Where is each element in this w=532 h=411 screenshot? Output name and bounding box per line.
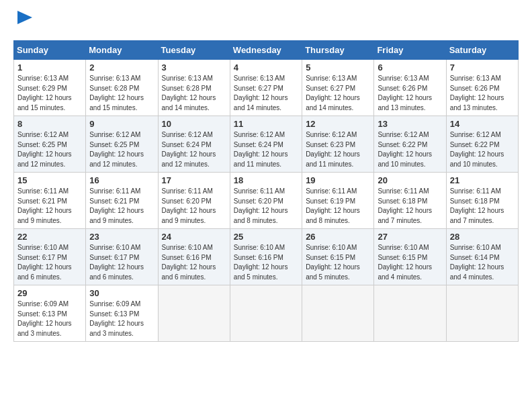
weekday-header: Friday xyxy=(374,41,446,60)
calendar-day-cell: 7 Sunrise: 6:13 AM Sunset: 6:26 PM Dayli… xyxy=(446,60,518,116)
day-info: Sunrise: 6:11 AM Sunset: 6:20 PM Dayligh… xyxy=(234,187,298,226)
weekday-header: Saturday xyxy=(446,41,518,60)
day-info: Sunrise: 6:11 AM Sunset: 6:18 PM Dayligh… xyxy=(450,187,515,226)
day-number: 15 xyxy=(17,175,82,185)
day-number: 2 xyxy=(89,62,154,73)
calendar-day-cell: 15 Sunrise: 6:11 AM Sunset: 6:21 PM Dayl… xyxy=(14,173,86,229)
day-info: Sunrise: 6:12 AM Sunset: 6:24 PM Dayligh… xyxy=(162,130,226,169)
day-number: 18 xyxy=(234,175,298,185)
calendar-header-row: SundayMondayTuesdayWednesdayThursdayFrid… xyxy=(14,41,519,60)
day-info: Sunrise: 6:13 AM Sunset: 6:26 PM Dayligh… xyxy=(450,74,515,113)
day-info: Sunrise: 6:10 AM Sunset: 6:15 PM Dayligh… xyxy=(306,243,370,282)
calendar-day-cell: 30 Sunrise: 6:09 AM Sunset: 6:13 PM Dayl… xyxy=(86,285,158,342)
day-number: 30 xyxy=(89,288,154,298)
day-number: 3 xyxy=(162,62,226,73)
calendar-day-cell: 4 Sunrise: 6:13 AM Sunset: 6:27 PM Dayli… xyxy=(230,60,302,116)
calendar-week-row: 8 Sunrise: 6:12 AM Sunset: 6:25 PM Dayli… xyxy=(14,116,519,173)
day-info: Sunrise: 6:12 AM Sunset: 6:24 PM Dayligh… xyxy=(234,130,298,169)
day-info: Sunrise: 6:11 AM Sunset: 6:21 PM Dayligh… xyxy=(89,187,154,226)
day-info: Sunrise: 6:12 AM Sunset: 6:25 PM Dayligh… xyxy=(17,130,82,169)
calendar-day-cell: 20 Sunrise: 6:11 AM Sunset: 6:18 PM Dayl… xyxy=(374,173,446,229)
calendar-day-cell: 24 Sunrise: 6:10 AM Sunset: 6:16 PM Dayl… xyxy=(158,229,230,285)
calendar-day-cell: 2 Sunrise: 6:13 AM Sunset: 6:28 PM Dayli… xyxy=(86,60,158,116)
page-header xyxy=(13,13,519,30)
calendar-day-cell: 25 Sunrise: 6:10 AM Sunset: 6:16 PM Dayl… xyxy=(230,229,302,285)
logo-arrow-icon xyxy=(17,11,32,24)
day-number: 17 xyxy=(162,175,226,185)
day-info: Sunrise: 6:09 AM Sunset: 6:13 PM Dayligh… xyxy=(89,300,154,338)
day-info: Sunrise: 6:12 AM Sunset: 6:22 PM Dayligh… xyxy=(450,130,515,169)
day-number: 1 xyxy=(17,62,82,73)
calendar-day-cell: 14 Sunrise: 6:12 AM Sunset: 6:22 PM Dayl… xyxy=(446,116,518,173)
calendar-day-cell: 27 Sunrise: 6:10 AM Sunset: 6:15 PM Dayl… xyxy=(374,229,446,285)
day-info: Sunrise: 6:10 AM Sunset: 6:17 PM Dayligh… xyxy=(89,243,154,282)
calendar-day-cell: 21 Sunrise: 6:11 AM Sunset: 6:18 PM Dayl… xyxy=(446,173,518,229)
calendar-day-cell xyxy=(158,285,230,342)
day-number: 14 xyxy=(450,119,515,129)
day-number: 9 xyxy=(89,119,154,129)
calendar-day-cell: 17 Sunrise: 6:11 AM Sunset: 6:20 PM Dayl… xyxy=(158,173,230,229)
day-number: 11 xyxy=(234,119,298,129)
day-info: Sunrise: 6:10 AM Sunset: 6:14 PM Dayligh… xyxy=(450,243,515,282)
calendar-day-cell xyxy=(446,285,518,342)
calendar-day-cell xyxy=(374,285,446,342)
day-info: Sunrise: 6:13 AM Sunset: 6:29 PM Dayligh… xyxy=(17,74,82,113)
day-number: 23 xyxy=(89,232,154,242)
day-info: Sunrise: 6:12 AM Sunset: 6:25 PM Dayligh… xyxy=(89,130,154,169)
day-number: 5 xyxy=(306,62,370,73)
day-number: 13 xyxy=(378,119,442,129)
calendar-day-cell: 18 Sunrise: 6:11 AM Sunset: 6:20 PM Dayl… xyxy=(230,173,302,229)
day-info: Sunrise: 6:10 AM Sunset: 6:16 PM Dayligh… xyxy=(162,243,226,282)
day-number: 20 xyxy=(378,175,442,185)
calendar-week-row: 29 Sunrise: 6:09 AM Sunset: 6:13 PM Dayl… xyxy=(14,285,519,342)
day-number: 12 xyxy=(306,119,370,129)
calendar-day-cell: 8 Sunrise: 6:12 AM Sunset: 6:25 PM Dayli… xyxy=(14,116,86,173)
calendar-week-row: 15 Sunrise: 6:11 AM Sunset: 6:21 PM Dayl… xyxy=(14,173,519,229)
day-info: Sunrise: 6:11 AM Sunset: 6:19 PM Dayligh… xyxy=(306,187,370,226)
day-info: Sunrise: 6:11 AM Sunset: 6:21 PM Dayligh… xyxy=(17,187,82,226)
day-info: Sunrise: 6:11 AM Sunset: 6:18 PM Dayligh… xyxy=(378,187,442,226)
day-number: 27 xyxy=(378,232,442,242)
day-number: 26 xyxy=(306,232,370,242)
day-number: 19 xyxy=(306,175,370,185)
day-number: 21 xyxy=(450,175,515,185)
calendar-day-cell: 16 Sunrise: 6:11 AM Sunset: 6:21 PM Dayl… xyxy=(86,173,158,229)
calendar-day-cell xyxy=(302,285,374,342)
day-number: 25 xyxy=(234,232,298,242)
day-info: Sunrise: 6:09 AM Sunset: 6:13 PM Dayligh… xyxy=(17,300,82,338)
calendar-table: SundayMondayTuesdayWednesdayThursdayFrid… xyxy=(13,40,519,342)
day-info: Sunrise: 6:12 AM Sunset: 6:22 PM Dayligh… xyxy=(378,130,442,169)
day-info: Sunrise: 6:13 AM Sunset: 6:26 PM Dayligh… xyxy=(378,74,442,113)
day-info: Sunrise: 6:13 AM Sunset: 6:27 PM Dayligh… xyxy=(306,74,370,113)
calendar-day-cell: 5 Sunrise: 6:13 AM Sunset: 6:27 PM Dayli… xyxy=(302,60,374,116)
calendar-day-cell: 13 Sunrise: 6:12 AM Sunset: 6:22 PM Dayl… xyxy=(374,116,446,173)
day-info: Sunrise: 6:13 AM Sunset: 6:27 PM Dayligh… xyxy=(234,74,298,113)
weekday-header: Thursday xyxy=(302,41,374,60)
weekday-header: Monday xyxy=(86,41,158,60)
day-number: 8 xyxy=(17,119,82,129)
day-number: 4 xyxy=(234,62,298,73)
calendar-day-cell: 19 Sunrise: 6:11 AM Sunset: 6:19 PM Dayl… xyxy=(302,173,374,229)
day-info: Sunrise: 6:10 AM Sunset: 6:17 PM Dayligh… xyxy=(17,243,82,282)
day-number: 16 xyxy=(89,175,154,185)
day-number: 28 xyxy=(450,232,515,242)
weekday-header: Sunday xyxy=(14,41,86,60)
day-number: 10 xyxy=(162,119,226,129)
day-number: 24 xyxy=(162,232,226,242)
calendar-day-cell: 28 Sunrise: 6:10 AM Sunset: 6:14 PM Dayl… xyxy=(446,229,518,285)
calendar-day-cell: 10 Sunrise: 6:12 AM Sunset: 6:24 PM Dayl… xyxy=(158,116,230,173)
day-info: Sunrise: 6:13 AM Sunset: 6:28 PM Dayligh… xyxy=(162,74,226,113)
logo xyxy=(13,13,32,30)
calendar-day-cell: 9 Sunrise: 6:12 AM Sunset: 6:25 PM Dayli… xyxy=(86,116,158,173)
weekday-header: Tuesday xyxy=(158,41,230,60)
day-number: 29 xyxy=(17,288,82,298)
calendar-week-row: 22 Sunrise: 6:10 AM Sunset: 6:17 PM Dayl… xyxy=(14,229,519,285)
calendar-day-cell: 11 Sunrise: 6:12 AM Sunset: 6:24 PM Dayl… xyxy=(230,116,302,173)
calendar-day-cell: 22 Sunrise: 6:10 AM Sunset: 6:17 PM Dayl… xyxy=(14,229,86,285)
day-info: Sunrise: 6:10 AM Sunset: 6:15 PM Dayligh… xyxy=(378,243,442,282)
calendar-day-cell: 6 Sunrise: 6:13 AM Sunset: 6:26 PM Dayli… xyxy=(374,60,446,116)
calendar-day-cell: 23 Sunrise: 6:10 AM Sunset: 6:17 PM Dayl… xyxy=(86,229,158,285)
calendar-day-cell: 3 Sunrise: 6:13 AM Sunset: 6:28 PM Dayli… xyxy=(158,60,230,116)
weekday-header: Wednesday xyxy=(230,41,302,60)
day-info: Sunrise: 6:12 AM Sunset: 6:23 PM Dayligh… xyxy=(306,130,370,169)
